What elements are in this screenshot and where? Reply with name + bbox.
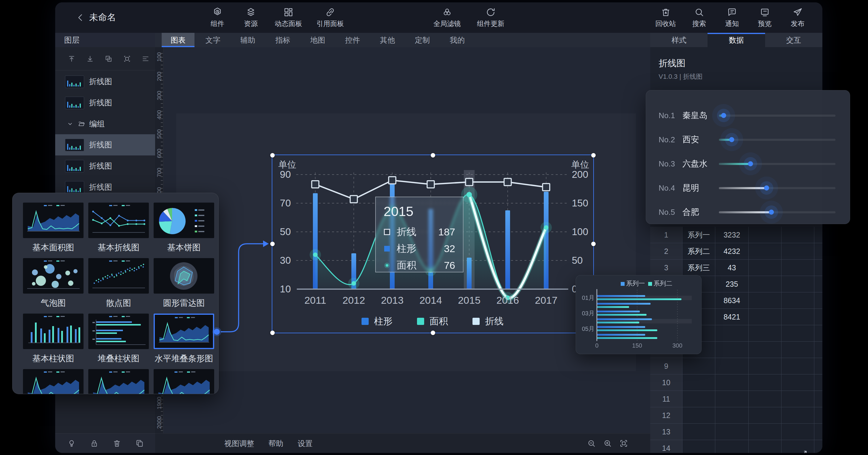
cell-empty[interactable] [781,424,814,440]
tab-地图[interactable]: 地图 [301,33,334,47]
cell-value[interactable]: 4232 [715,243,749,260]
cell-empty[interactable] [749,309,781,325]
fit-screen-icon[interactable] [619,439,628,448]
gallery-thumbnail[interactable] [154,203,214,238]
layer-item[interactable]: 折线图 [55,155,155,177]
layer-item[interactable]: 折线图 [55,92,155,113]
cell-empty[interactable] [749,424,781,440]
align-lines-icon[interactable] [142,55,149,63]
cell-empty[interactable] [749,440,781,453]
cell-value[interactable]: 3232 [715,227,749,243]
gallery-item[interactable]: 散点图 [88,258,149,308]
table-row[interactable]: 11 [650,391,823,407]
gallery-item[interactable]: 基本面积图 [23,203,84,252]
gallery-item[interactable]: 气泡图 [23,258,84,308]
table-row[interactable]: 1系列一3232 [650,227,823,243]
cell-empty[interactable] [814,276,823,293]
tab-定制[interactable]: 定制 [406,33,439,47]
tool-search[interactable]: 搜索 [690,7,709,28]
gallery-thumbnail[interactable] [154,369,214,394]
gallery-item[interactable] [23,369,84,394]
back-button[interactable]: 未命名 [76,11,116,24]
cell-empty[interactable] [814,358,823,374]
slider-track[interactable] [719,211,836,213]
cell-value[interactable] [715,424,749,440]
cell-empty[interactable] [749,342,781,358]
cell-value[interactable]: 235 [715,276,749,293]
slider-handle[interactable] [748,161,753,166]
legend-item-面积[interactable]: 面积 [417,315,448,328]
cell-value[interactable] [715,342,749,358]
gallery-item-selected[interactable]: 水平堆叠条形图 [154,313,214,363]
layer-bottom-icon[interactable] [86,55,94,63]
tab-控件[interactable]: 控件 [336,33,369,47]
cell-series-name[interactable] [682,424,715,440]
cell-empty[interactable] [814,374,823,391]
tool-filter[interactable]: 全局滤镜 [433,7,461,28]
gallery-thumbnail[interactable] [23,313,84,349]
cell-value[interactable] [715,374,749,391]
cell-empty[interactable] [781,325,814,342]
table-row[interactable]: 3系列三43 [650,260,823,276]
tab-指标[interactable]: 指标 [267,33,299,47]
table-row[interactable]: 9 [650,358,823,374]
cell-empty[interactable] [781,243,814,260]
cell-empty[interactable] [814,342,823,358]
slider-track[interactable] [719,115,836,117]
cell-empty[interactable] [781,293,814,309]
gallery-thumbnail[interactable] [23,203,84,238]
cell-series-name[interactable] [682,374,715,391]
cell-empty[interactable] [781,374,814,391]
action-视图调整[interactable]: 视图调整 [224,438,254,449]
cell-value[interactable] [715,358,749,374]
cell-empty[interactable] [749,227,781,243]
tool-component[interactable]: 组件 [208,7,227,28]
gallery-thumbnail[interactable] [88,258,149,294]
slider-handle[interactable] [729,137,734,142]
cell-empty[interactable] [814,424,823,440]
cell-value[interactable] [715,440,749,453]
gallery-thumbnail[interactable] [88,369,149,394]
bulb-icon[interactable] [67,439,76,448]
cell-empty[interactable] [814,391,823,407]
cell-empty[interactable] [781,440,814,453]
cell-series-name[interactable]: 系列三 [682,260,715,276]
gallery-item[interactable] [88,369,149,394]
table-row[interactable]: 10 [650,374,823,391]
cell-empty[interactable] [749,358,781,374]
gallery-item[interactable]: 基本折线图 [88,203,149,252]
layer-item-selected[interactable]: 折线图 [55,134,155,155]
tool-resource[interactable]: 资源 [241,7,260,28]
gallery-thumbnail[interactable] [23,369,84,394]
legend-item-折线[interactable]: 折线 [472,315,503,328]
cell-empty[interactable] [814,243,823,260]
gallery-thumbnail[interactable] [23,258,84,294]
cell-empty[interactable] [749,325,781,342]
tool-preview[interactable]: 预览 [755,7,774,28]
tab-其他[interactable]: 其他 [371,33,404,47]
cell-value[interactable] [715,391,749,407]
chevron-down-icon[interactable] [66,120,74,127]
group-sq-icon[interactable] [105,55,113,63]
cell-empty[interactable] [814,293,823,309]
gallery-item[interactable]: 堆叠柱状图 [88,313,149,363]
legend-item-柱形[interactable]: 柱形 [362,315,393,328]
gallery-item[interactable]: 圆形雷达图 [154,258,214,308]
slider-track[interactable] [719,139,836,141]
inspector-tab-数据[interactable]: 数据 [708,33,765,47]
tool-publish[interactable]: 发布 [788,7,807,28]
tab-我的[interactable]: 我的 [441,33,474,47]
layer-group-row[interactable]: 编组 [55,113,155,134]
cell-empty[interactable] [749,407,781,424]
table-row[interactable]: 14 [650,440,823,453]
tab-辅助[interactable]: 辅助 [231,33,264,47]
slider-track[interactable] [719,187,836,189]
cell-empty[interactable] [814,440,823,453]
cell-empty[interactable] [749,276,781,293]
table-resize-icon[interactable] [798,449,808,453]
cell-empty[interactable] [814,260,823,276]
copy-icon[interactable] [135,439,144,448]
tool-recycle[interactable]: 回收站 [655,7,676,28]
gallery-item[interactable] [154,369,214,394]
cell-empty[interactable] [814,407,823,424]
